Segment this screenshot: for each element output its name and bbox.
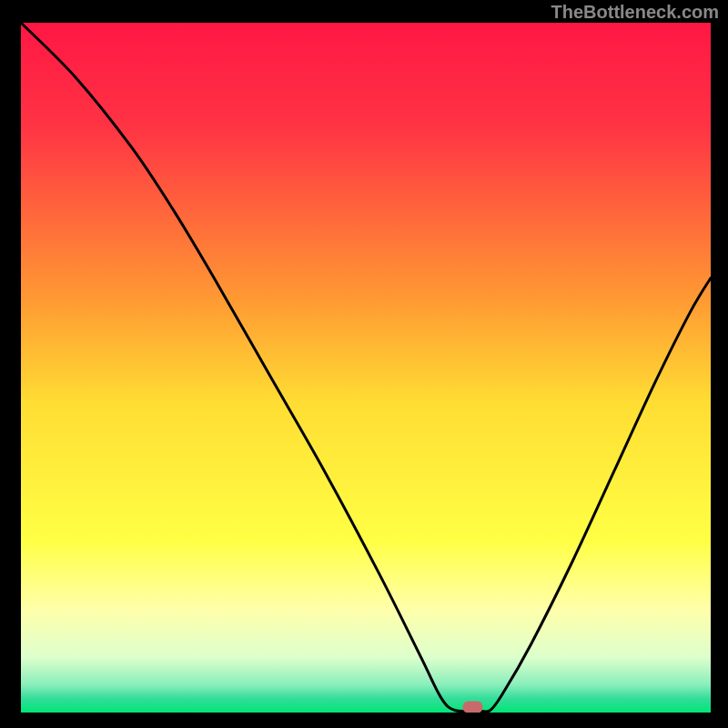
gradient-background [21,23,711,713]
optimal-marker [462,701,482,713]
plot-area [21,23,711,713]
bottleneck-chart [21,23,711,713]
chart-frame: TheBottleneck.com [0,0,728,728]
watermark-text: TheBottleneck.com [551,2,719,23]
